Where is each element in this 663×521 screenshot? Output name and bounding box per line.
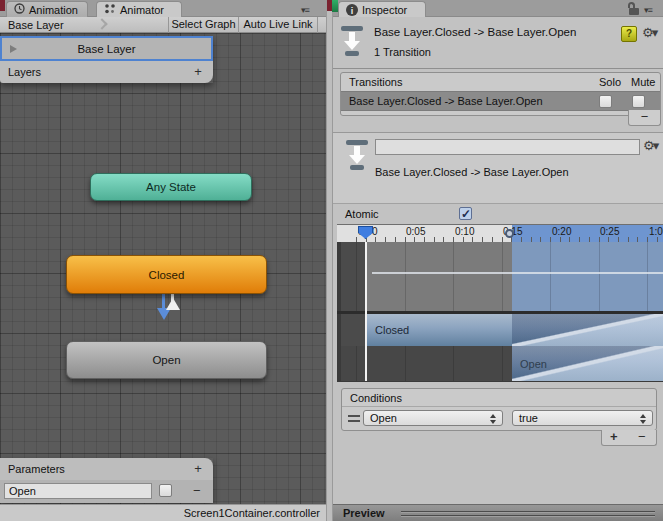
layer-item-label: Base Layer (77, 43, 135, 55)
fade-out-wedge (512, 314, 663, 346)
clock-icon (14, 3, 25, 16)
clip-row-closed: Closed (341, 314, 663, 346)
tab-animator-label: Animator (120, 4, 164, 16)
preview-label: Preview (343, 507, 385, 519)
transition-timeline: 0:00 0:05 0:10 0:15 0:20 0:25 1:00 (337, 224, 663, 381)
inspector-tab-bar: Inspector (333, 0, 663, 17)
remove-transition-button[interactable]: − (628, 110, 661, 126)
parameter-name-input[interactable] (4, 483, 152, 499)
condition-row: Open true (342, 407, 656, 430)
breadcrumb-chevron-icon (96, 18, 107, 29)
transitions-header-label: Transitions (349, 76, 402, 88)
condition-value-dropdown[interactable]: true (512, 410, 653, 426)
timeline-ruler[interactable]: 0:00 0:05 0:10 0:15 0:20 0:25 1:00 (337, 225, 663, 242)
gear-icon[interactable] (642, 26, 656, 40)
transitions-group-header: Transitions Solo Mute (341, 73, 660, 91)
layers-header: Layers + (0, 61, 213, 83)
animator-graph-canvas[interactable]: Any State Closed Open Base Layer Layers … (0, 33, 326, 504)
transition-row-label: Base Layer.Closed -> Base Layer.Open (349, 95, 543, 107)
conditions-group: Conditions Open true (341, 388, 657, 431)
info-icon (346, 4, 358, 16)
state-label: Any State (146, 181, 196, 193)
gear-icon[interactable] (643, 139, 657, 153)
clip-row-open: Open (341, 346, 663, 381)
panel-splitter[interactable] (326, 0, 333, 521)
playhead-line[interactable] (365, 242, 367, 381)
clip-label: Closed (375, 324, 409, 336)
clip-label: Open (520, 358, 547, 370)
help-icon[interactable] (621, 26, 637, 42)
add-condition-button[interactable]: + (610, 430, 618, 444)
atomic-label: Atomic (345, 208, 379, 220)
condition-parameter-value: Open (370, 412, 397, 424)
atomic-checkbox[interactable] (459, 207, 472, 220)
inspector-header: Base Layer.Closed -> Base Layer.Open 1 T… (333, 17, 663, 69)
transitions-group: Transitions Solo Mute Base Layer.Closed … (340, 72, 661, 116)
state-node-open[interactable]: Open (66, 341, 267, 379)
tab-inspector-label: Inspector (362, 4, 407, 16)
left-tab-bar: Animation Animator (0, 0, 326, 17)
lock-icon[interactable] (627, 2, 640, 15)
parameter-row: − (0, 480, 213, 503)
auto-live-link-button[interactable]: Auto Live Link (238, 17, 318, 33)
blend-curve-line (372, 272, 663, 274)
tick-label: 1:00 (649, 226, 663, 237)
tab-animation[interactable]: Animation (6, 1, 88, 17)
tab-animator[interactable]: Animator (96, 1, 182, 17)
conditions-header: Conditions (342, 389, 656, 407)
panel-menu-icon[interactable] (301, 5, 319, 17)
preview-drag-handle[interactable] (401, 511, 655, 517)
dropdown-arrows-icon (640, 414, 647, 424)
state-label: Closed (149, 269, 185, 281)
breadcrumb[interactable]: Base Layer (8, 18, 64, 32)
condition-parameter-dropdown[interactable]: Open (363, 410, 503, 426)
tick-label: 0:20 (552, 226, 571, 237)
transition-arrowhead-up-icon (166, 298, 180, 310)
inspector-panel: Inspector Base Layer.Closed -> Base Laye… (333, 0, 663, 521)
transition-detail-label: Base Layer.Closed -> Base Layer.Open (375, 166, 569, 178)
select-graph-button[interactable]: Select Graph (168, 17, 238, 33)
controller-path-label: Screen1Container.controller (184, 507, 320, 519)
animator-icon (104, 3, 116, 16)
reorder-handle-icon[interactable] (348, 415, 360, 422)
mute-column-label: Mute (631, 73, 655, 91)
transition-name-input[interactable] (375, 139, 640, 155)
remove-condition-button[interactable]: − (638, 430, 646, 444)
add-parameter-button[interactable]: + (191, 458, 205, 480)
parameters-header: Parameters + (0, 458, 213, 480)
animator-toolbar: Base Layer Select Graph Auto Live Link (0, 17, 326, 33)
panel-menu-icon[interactable] (644, 5, 662, 17)
transition-count: 1 Transition (374, 46, 431, 58)
transition-icon (346, 140, 368, 172)
state-label: Open (152, 354, 180, 366)
conditions-add-remove: + − (601, 430, 657, 446)
mute-checkbox[interactable] (632, 95, 645, 108)
parameters-header-label: Parameters (8, 463, 65, 475)
layer-item-base-layer[interactable]: Base Layer (0, 36, 213, 61)
remove-parameter-button[interactable]: − (193, 483, 201, 498)
add-layer-button[interactable]: + (191, 61, 205, 83)
transition-icon (341, 26, 363, 56)
tab-animation-label: Animation (29, 4, 78, 16)
conditions-header-label: Conditions (350, 392, 402, 404)
status-bar: Screen1Container.controller (0, 504, 326, 521)
tab-inspector[interactable]: Inspector (338, 1, 426, 17)
preview-bar[interactable]: Preview (333, 504, 663, 521)
transition-title: Base Layer.Closed -> Base Layer.Open (374, 26, 576, 38)
dropdown-arrows-icon (490, 414, 497, 424)
blend-band (341, 242, 663, 311)
foldout-triangle-icon[interactable] (10, 45, 17, 53)
clip-bar-closed[interactable]: Closed (366, 314, 663, 346)
state-node-any-state[interactable]: Any State (90, 173, 252, 201)
solo-checkbox[interactable] (599, 95, 612, 108)
transition-start-marker[interactable] (505, 229, 514, 238)
layers-panel: Base Layer Layers + (0, 36, 213, 83)
parameter-value-checkbox[interactable] (159, 484, 172, 497)
tick-label: 0:05 (406, 226, 425, 237)
condition-value: true (519, 412, 538, 424)
transition-list-row[interactable]: Base Layer.Closed -> Base Layer.Open (341, 91, 660, 111)
state-node-closed[interactable]: Closed (66, 255, 267, 294)
transition-detail-box: Base Layer.Closed -> Base Layer.Open (333, 132, 663, 204)
clip-bar-open[interactable]: Open (512, 346, 663, 381)
timeline-body: Closed Open (337, 242, 663, 382)
